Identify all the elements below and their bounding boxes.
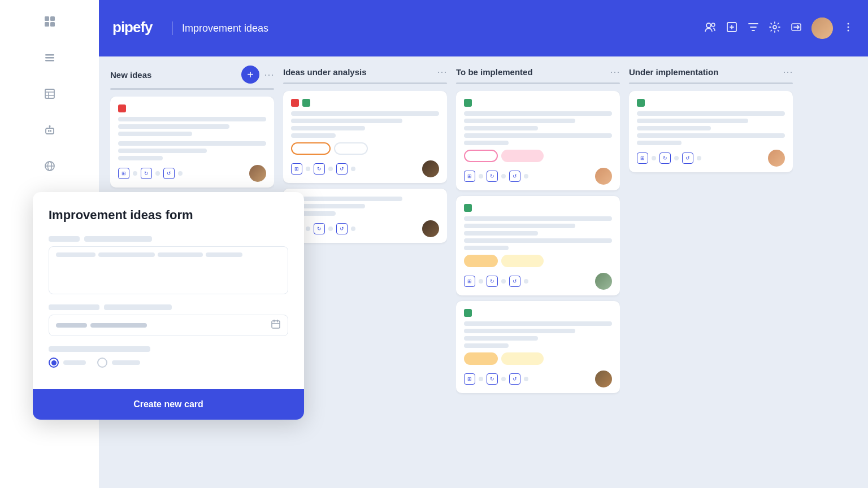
calendar-icon[interactable]	[271, 319, 281, 332]
card-actions: ⊞ ↻ ↺	[464, 171, 528, 182]
card-action-icon[interactable]: ↻	[487, 373, 498, 385]
tag-green	[464, 204, 472, 212]
card-tags	[118, 104, 266, 112]
card-badges	[464, 352, 612, 365]
header-title: Improvement ideas	[182, 23, 268, 34]
radio-option-1[interactable]	[49, 358, 86, 368]
form-date-input[interactable]	[49, 315, 288, 336]
header-divider	[172, 21, 173, 35]
column-more-ideas[interactable]: ⋯	[437, 66, 447, 78]
form-radio-row	[49, 358, 288, 368]
card-lines	[291, 111, 439, 138]
svg-rect-1	[50, 16, 55, 21]
card-action-icon[interactable]: ↺	[509, 171, 520, 182]
export-icon[interactable]	[726, 21, 738, 36]
card-action-icon[interactable]: ↻	[141, 168, 152, 179]
card-action-icon[interactable]: ⊞	[118, 168, 129, 179]
form-textarea[interactable]	[49, 246, 288, 294]
card-action-icon[interactable]: ↺	[509, 373, 520, 385]
svg-rect-2	[45, 22, 49, 27]
card-lines	[637, 111, 785, 145]
column-title-tbi: To be implemented	[456, 67, 533, 77]
card-action-icon[interactable]: ↺	[682, 152, 693, 164]
svg-point-24	[848, 23, 849, 24]
card-action-icon[interactable]: ↻	[487, 171, 498, 182]
card-avatar	[422, 160, 439, 177]
card-line	[637, 141, 682, 145]
card-action-icon[interactable]: ↻	[314, 223, 325, 234]
card-action-dot	[501, 279, 506, 284]
card-action-icon[interactable]: ⊞	[464, 171, 475, 182]
card-action-icon[interactable]: ⊞	[291, 163, 302, 175]
card-line	[291, 197, 402, 201]
column-line-new-ideas	[110, 88, 274, 90]
radio-label	[112, 360, 140, 365]
card-action-icon[interactable]: ↺	[336, 223, 348, 234]
sidebar-icon-globe[interactable]	[40, 156, 60, 176]
card-action-icon[interactable]: ⊞	[637, 152, 648, 164]
card-action-icon[interactable]: ↺	[163, 168, 175, 179]
radio-option-2[interactable]	[97, 358, 140, 368]
logo: pipefy	[112, 18, 163, 40]
svg-rect-0	[45, 16, 49, 21]
people-icon[interactable]	[704, 21, 717, 36]
card-action-icon[interactable]: ↺	[336, 163, 348, 175]
card-tags	[464, 99, 612, 107]
card: ⊞ ↻ ↺	[456, 196, 620, 295]
form-field-extra	[49, 346, 288, 368]
card-footer: ⊞ ↻ ↺	[291, 220, 439, 237]
column-ideas-under-analysis: Ideas under analysis ⋯	[283, 66, 447, 479]
card-action-dot	[133, 171, 137, 176]
radio-empty[interactable]	[97, 358, 107, 368]
svg-text:pipefy: pipefy	[112, 19, 153, 36]
card-action-dot	[501, 377, 506, 381]
filter-icon[interactable]	[747, 21, 760, 36]
card-line	[464, 111, 612, 116]
avatar[interactable]	[811, 18, 833, 39]
create-card-button[interactable]: Create new card	[133, 399, 203, 409]
card-action-icon[interactable]: ↻	[659, 152, 671, 164]
dp-block	[56, 323, 87, 328]
card: ⊞ ↻ ↺	[629, 91, 793, 172]
card-badge	[334, 142, 368, 155]
column-more-ui[interactable]: ⋯	[783, 66, 793, 78]
tag-green	[464, 309, 472, 317]
card: ⊞ ↻ ↺	[110, 97, 274, 188]
card-action-dot	[328, 167, 333, 171]
card-action-dot	[479, 377, 483, 381]
sidebar-icon-grid[interactable]	[40, 11, 60, 32]
column-header-new-ideas: New ideas + ⋯	[110, 66, 274, 84]
column-to-be-implemented: To be implemented ⋯	[456, 66, 620, 479]
add-card-button-new-ideas[interactable]: +	[241, 66, 259, 84]
card-action-icon[interactable]: ↻	[487, 276, 498, 287]
sidebar-icon-table[interactable]	[40, 84, 60, 104]
form-field-title	[49, 236, 288, 294]
card-action-icon[interactable]: ⊞	[464, 276, 475, 287]
more-icon[interactable]	[842, 21, 854, 36]
card-badge	[464, 150, 498, 162]
card-action-icon[interactable]: ↺	[509, 276, 520, 287]
settings-icon[interactable]	[769, 21, 781, 36]
card-action-dot	[501, 174, 506, 178]
card-avatar	[595, 273, 612, 290]
card-action-icon[interactable]: ↻	[314, 163, 325, 175]
svg-rect-3	[50, 22, 55, 27]
card-line	[464, 336, 538, 341]
card-action-dot	[306, 226, 310, 231]
card-tags	[464, 309, 612, 317]
column-line-tbi	[456, 82, 620, 84]
column-more-tbi[interactable]: ⋯	[610, 66, 620, 78]
column-more-new-ideas[interactable]: ⋯	[264, 68, 274, 81]
card-action-icon[interactable]: ⊞	[464, 373, 475, 385]
card-footer: ⊞ ↻ ↺	[637, 150, 785, 167]
integration-icon[interactable]	[790, 21, 802, 36]
radio-selected[interactable]	[49, 358, 59, 368]
tag-red	[291, 99, 299, 107]
form-body: Improvement ideas form	[33, 192, 304, 389]
card-avatar	[595, 168, 612, 185]
card-avatar	[768, 150, 785, 167]
card-line	[291, 111, 439, 116]
sidebar-icon-bot[interactable]	[40, 120, 60, 140]
header-right	[704, 18, 854, 39]
sidebar-icon-list[interactable]	[40, 47, 60, 68]
